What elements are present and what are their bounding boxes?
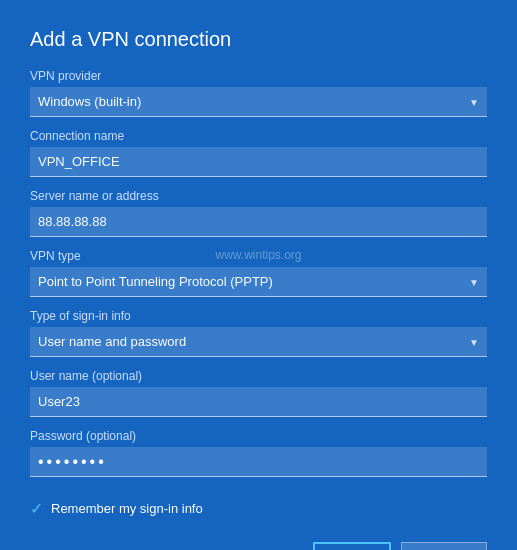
vpn-type-group: VPN type Point to Point Tunneling Protoc… bbox=[30, 249, 487, 297]
remember-sign-in-label: Remember my sign-in info bbox=[51, 501, 203, 516]
username-input[interactable] bbox=[30, 387, 487, 417]
vpn-type-label: VPN type bbox=[30, 249, 487, 263]
footer-buttons: Save Cancel bbox=[30, 534, 487, 550]
cancel-button[interactable]: Cancel bbox=[401, 542, 487, 550]
password-group: Password (optional) bbox=[30, 429, 487, 477]
password-input[interactable] bbox=[30, 447, 487, 477]
remember-sign-in-row[interactable]: ✓ Remember my sign-in info bbox=[30, 499, 487, 518]
sign-in-type-wrapper: User name and password ▼ bbox=[30, 327, 487, 357]
vpn-provider-wrapper: Windows (built-in) ▼ bbox=[30, 87, 487, 117]
server-name-input[interactable] bbox=[30, 207, 487, 237]
connection-name-input[interactable] bbox=[30, 147, 487, 177]
dialog-title: Add a VPN connection bbox=[30, 28, 487, 51]
server-name-group: Server name or address bbox=[30, 189, 487, 237]
sign-in-type-select[interactable]: User name and password bbox=[30, 327, 487, 357]
vpn-dialog: Add a VPN connection VPN provider Window… bbox=[0, 0, 517, 550]
sign-in-type-group: Type of sign-in info User name and passw… bbox=[30, 309, 487, 357]
vpn-provider-group: VPN provider Windows (built-in) ▼ bbox=[30, 69, 487, 117]
sign-in-type-label: Type of sign-in info bbox=[30, 309, 487, 323]
vpn-type-select[interactable]: Point to Point Tunneling Protocol (PPTP) bbox=[30, 267, 487, 297]
checkmark-icon: ✓ bbox=[30, 499, 43, 518]
username-label: User name (optional) bbox=[30, 369, 487, 383]
server-name-label: Server name or address bbox=[30, 189, 487, 203]
save-button[interactable]: Save bbox=[313, 542, 391, 550]
connection-name-group: Connection name bbox=[30, 129, 487, 177]
vpn-type-wrapper: Point to Point Tunneling Protocol (PPTP)… bbox=[30, 267, 487, 297]
password-label: Password (optional) bbox=[30, 429, 487, 443]
username-group: User name (optional) bbox=[30, 369, 487, 417]
vpn-provider-select[interactable]: Windows (built-in) bbox=[30, 87, 487, 117]
vpn-provider-label: VPN provider bbox=[30, 69, 487, 83]
connection-name-label: Connection name bbox=[30, 129, 487, 143]
